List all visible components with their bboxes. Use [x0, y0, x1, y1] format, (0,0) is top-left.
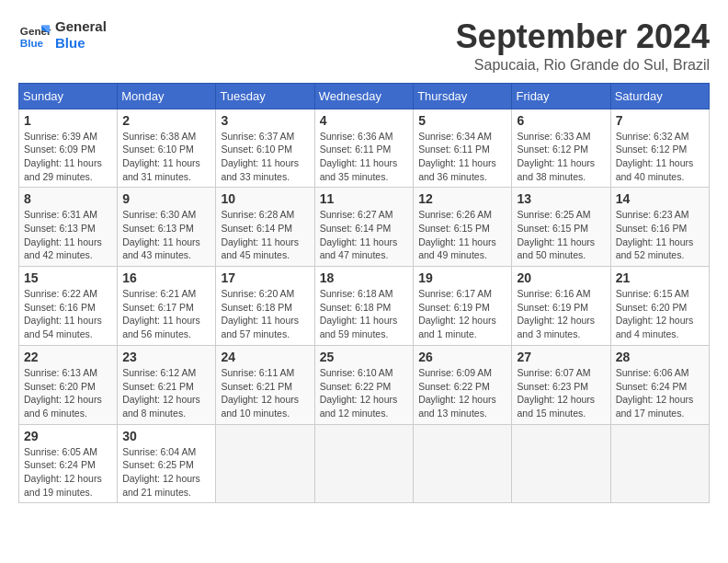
- calendar-day-cell: 21Sunrise: 6:15 AMSunset: 6:20 PMDayligh…: [610, 267, 709, 346]
- page-header: General Blue General Blue September 2024…: [18, 18, 710, 74]
- day-info: Sunrise: 6:22 AMSunset: 6:16 PMDaylight:…: [24, 287, 112, 341]
- day-info: Sunrise: 6:25 AMSunset: 6:15 PMDaylight:…: [517, 208, 605, 262]
- day-number: 7: [616, 113, 704, 128]
- calendar-week-row: 8Sunrise: 6:31 AMSunset: 6:13 PMDaylight…: [19, 188, 710, 267]
- day-info: Sunrise: 6:20 AMSunset: 6:18 PMDaylight:…: [221, 287, 309, 341]
- day-info: Sunrise: 6:06 AMSunset: 6:24 PMDaylight:…: [616, 366, 704, 420]
- calendar-day-cell: 14Sunrise: 6:23 AMSunset: 6:16 PMDayligh…: [610, 188, 709, 267]
- calendar-day-cell: 25Sunrise: 6:10 AMSunset: 6:22 PMDayligh…: [314, 345, 414, 424]
- day-info: Sunrise: 6:23 AMSunset: 6:16 PMDaylight:…: [616, 208, 704, 262]
- calendar-table: SundayMondayTuesdayWednesdayThursdayFrid…: [18, 83, 710, 504]
- day-info: Sunrise: 6:11 AMSunset: 6:21 PMDaylight:…: [221, 366, 309, 420]
- calendar-day-cell: 9Sunrise: 6:30 AMSunset: 6:13 PMDaylight…: [118, 188, 216, 267]
- day-number: 22: [24, 350, 112, 364]
- day-info: Sunrise: 6:31 AMSunset: 6:13 PMDaylight:…: [24, 208, 112, 262]
- day-number: 18: [320, 270, 409, 285]
- calendar-day-cell: 5Sunrise: 6:34 AMSunset: 6:11 PMDaylight…: [414, 109, 512, 188]
- location: Sapucaia, Rio Grande do Sul, Brazil: [456, 57, 710, 74]
- day-info: Sunrise: 6:17 AMSunset: 6:19 PMDaylight:…: [418, 287, 506, 341]
- day-number: 21: [616, 270, 704, 285]
- calendar-day-cell: 6Sunrise: 6:33 AMSunset: 6:12 PMDaylight…: [512, 109, 610, 188]
- day-info: Sunrise: 6:39 AMSunset: 6:09 PMDaylight:…: [24, 130, 112, 184]
- day-number: 16: [122, 270, 210, 285]
- day-info: Sunrise: 6:33 AMSunset: 6:12 PMDaylight:…: [517, 130, 605, 184]
- calendar-day-cell: 29Sunrise: 6:05 AMSunset: 6:24 PMDayligh…: [19, 424, 118, 503]
- month-title: September 2024: [456, 18, 710, 55]
- day-number: 17: [221, 270, 309, 285]
- day-info: Sunrise: 6:37 AMSunset: 6:10 PMDaylight:…: [221, 130, 309, 184]
- calendar-day-cell: 13Sunrise: 6:25 AMSunset: 6:15 PMDayligh…: [512, 188, 610, 267]
- calendar-day-cell: 19Sunrise: 6:17 AMSunset: 6:19 PMDayligh…: [414, 267, 512, 346]
- day-number: 26: [418, 350, 506, 364]
- day-number: 10: [221, 191, 309, 206]
- day-info: Sunrise: 6:15 AMSunset: 6:20 PMDaylight:…: [616, 287, 704, 341]
- calendar-week-row: 15Sunrise: 6:22 AMSunset: 6:16 PMDayligh…: [19, 267, 710, 346]
- day-info: Sunrise: 6:32 AMSunset: 6:12 PMDaylight:…: [616, 130, 704, 184]
- calendar-day-cell: [610, 424, 709, 503]
- day-info: Sunrise: 6:18 AMSunset: 6:18 PMDaylight:…: [320, 287, 409, 341]
- calendar-day-cell: 20Sunrise: 6:16 AMSunset: 6:19 PMDayligh…: [512, 267, 610, 346]
- day-info: Sunrise: 6:13 AMSunset: 6:20 PMDaylight:…: [24, 366, 112, 420]
- calendar-day-cell: 16Sunrise: 6:21 AMSunset: 6:17 PMDayligh…: [118, 267, 216, 346]
- weekday-header-monday: Monday: [118, 83, 216, 109]
- day-info: Sunrise: 6:10 AMSunset: 6:22 PMDaylight:…: [320, 366, 409, 420]
- calendar-day-cell: 8Sunrise: 6:31 AMSunset: 6:13 PMDaylight…: [19, 188, 118, 267]
- day-info: Sunrise: 6:12 AMSunset: 6:21 PMDaylight:…: [122, 366, 210, 420]
- day-info: Sunrise: 6:27 AMSunset: 6:14 PMDaylight:…: [320, 208, 409, 262]
- day-number: 25: [320, 350, 409, 364]
- calendar-week-row: 22Sunrise: 6:13 AMSunset: 6:20 PMDayligh…: [19, 345, 710, 424]
- day-number: 4: [320, 113, 409, 128]
- logo-line1: General: [55, 18, 107, 35]
- calendar-day-cell: 11Sunrise: 6:27 AMSunset: 6:14 PMDayligh…: [314, 188, 414, 267]
- calendar-day-cell: 7Sunrise: 6:32 AMSunset: 6:12 PMDaylight…: [610, 109, 709, 188]
- logo: General Blue General Blue: [18, 18, 107, 52]
- day-info: Sunrise: 6:30 AMSunset: 6:13 PMDaylight:…: [122, 208, 210, 262]
- day-number: 8: [24, 191, 112, 206]
- calendar-week-row: 1Sunrise: 6:39 AMSunset: 6:09 PMDaylight…: [19, 109, 710, 188]
- day-info: Sunrise: 6:04 AMSunset: 6:25 PMDaylight:…: [122, 445, 210, 500]
- day-number: 6: [517, 113, 605, 128]
- calendar-day-cell: [216, 424, 314, 503]
- calendar-day-cell: [512, 424, 610, 503]
- calendar-day-cell: 22Sunrise: 6:13 AMSunset: 6:20 PMDayligh…: [19, 345, 118, 424]
- calendar-day-cell: 1Sunrise: 6:39 AMSunset: 6:09 PMDaylight…: [19, 109, 118, 188]
- day-number: 29: [24, 429, 112, 443]
- title-block: September 2024 Sapucaia, Rio Grande do S…: [456, 18, 710, 74]
- day-info: Sunrise: 6:36 AMSunset: 6:11 PMDaylight:…: [320, 130, 409, 184]
- logo-line2: Blue: [55, 35, 107, 52]
- day-number: 15: [24, 270, 112, 285]
- day-number: 11: [320, 191, 409, 206]
- weekday-header-saturday: Saturday: [610, 83, 709, 109]
- day-info: Sunrise: 6:07 AMSunset: 6:23 PMDaylight:…: [517, 366, 605, 420]
- weekday-header-thursday: Thursday: [414, 83, 512, 109]
- weekday-header-row: SundayMondayTuesdayWednesdayThursdayFrid…: [19, 83, 710, 109]
- day-number: 19: [418, 270, 506, 285]
- day-number: 24: [221, 350, 309, 364]
- svg-text:Blue: Blue: [20, 37, 44, 49]
- calendar-day-cell: 28Sunrise: 6:06 AMSunset: 6:24 PMDayligh…: [610, 345, 709, 424]
- day-info: Sunrise: 6:34 AMSunset: 6:11 PMDaylight:…: [418, 130, 506, 184]
- calendar-day-cell: 26Sunrise: 6:09 AMSunset: 6:22 PMDayligh…: [414, 345, 512, 424]
- calendar-day-cell: 23Sunrise: 6:12 AMSunset: 6:21 PMDayligh…: [118, 345, 216, 424]
- day-info: Sunrise: 6:28 AMSunset: 6:14 PMDaylight:…: [221, 208, 309, 262]
- calendar-day-cell: 12Sunrise: 6:26 AMSunset: 6:15 PMDayligh…: [414, 188, 512, 267]
- day-info: Sunrise: 6:38 AMSunset: 6:10 PMDaylight:…: [122, 130, 210, 184]
- day-number: 9: [122, 191, 210, 206]
- day-number: 20: [517, 270, 605, 285]
- calendar-day-cell: 17Sunrise: 6:20 AMSunset: 6:18 PMDayligh…: [216, 267, 314, 346]
- day-number: 2: [122, 113, 210, 128]
- weekday-header-friday: Friday: [512, 83, 610, 109]
- day-number: 30: [122, 429, 210, 443]
- day-info: Sunrise: 6:05 AMSunset: 6:24 PMDaylight:…: [24, 445, 112, 500]
- calendar-day-cell: 10Sunrise: 6:28 AMSunset: 6:14 PMDayligh…: [216, 188, 314, 267]
- weekday-header-tuesday: Tuesday: [216, 83, 314, 109]
- calendar-day-cell: [414, 424, 512, 503]
- day-number: 1: [24, 113, 112, 128]
- weekday-header-sunday: Sunday: [19, 83, 118, 109]
- calendar-week-row: 29Sunrise: 6:05 AMSunset: 6:24 PMDayligh…: [19, 424, 710, 503]
- weekday-header-wednesday: Wednesday: [314, 83, 414, 109]
- day-number: 13: [517, 191, 605, 206]
- calendar-day-cell: 2Sunrise: 6:38 AMSunset: 6:10 PMDaylight…: [118, 109, 216, 188]
- calendar-day-cell: [314, 424, 414, 503]
- day-number: 14: [616, 191, 704, 206]
